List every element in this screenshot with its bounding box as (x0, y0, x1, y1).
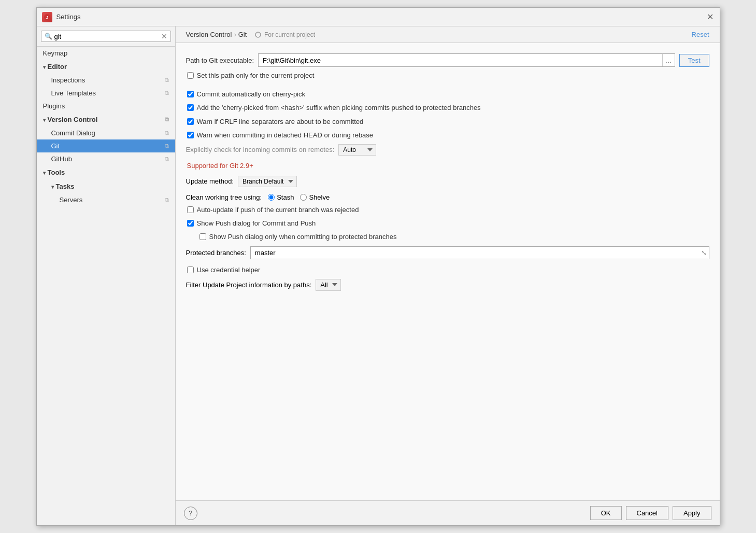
for-current-project: For current project (255, 31, 315, 38)
copy-icon-commit-dialog: ⧉ (165, 130, 169, 136)
show-push-protected-checkbox[interactable] (199, 233, 206, 240)
show-push-row: Show Push dialog for Commit and Push (186, 219, 709, 228)
set-path-checkbox[interactable] (187, 72, 194, 79)
sidebar-item-commit-dialog[interactable]: Commit Dialog ⧉ (37, 127, 175, 139)
set-path-label: Set this path only for the current proje… (197, 71, 315, 80)
warn-crlf-row: Warn if CRLF line separators are about t… (186, 117, 709, 127)
bottom-bar: ? OK Cancel Apply (176, 500, 720, 525)
app-icon: J (42, 12, 52, 22)
copy-icon-vc: ⧉ (165, 116, 169, 123)
warn-detached-label: Warn when committing in detached HEAD or… (197, 131, 374, 140)
sidebar-item-github[interactable]: GitHub ⧉ (37, 152, 175, 165)
clean-tree-label: Clean working tree using: (186, 193, 262, 201)
copy-icon-inspections: ⧉ (165, 77, 169, 83)
apply-button[interactable]: Apply (673, 506, 711, 520)
update-method-select[interactable]: Branch Default Merge Rebase (238, 176, 297, 187)
sidebar: 🔍 ✕ Keymap ▾Editor Inspections ⧉ Live Te… (37, 26, 176, 525)
shelve-radio[interactable] (300, 194, 307, 201)
copy-icon-github: ⧉ (165, 156, 169, 162)
breadcrumb-part1: Version Control (186, 31, 232, 38)
main-content: 🔍 ✕ Keymap ▾Editor Inspections ⧉ Live Te… (37, 26, 720, 525)
commit-cherry-pick-checkbox[interactable] (187, 91, 194, 97)
sidebar-item-inspections[interactable]: Inspections ⧉ (37, 74, 175, 87)
copy-icon-servers: ⧉ (165, 197, 169, 203)
protected-branches-label: Protected branches: (186, 249, 246, 257)
warn-detached-checkbox[interactable] (187, 132, 194, 138)
bottom-buttons: OK Cancel Apply (590, 506, 711, 520)
stash-radio[interactable] (268, 194, 275, 201)
path-label: Path to Git executable: (186, 57, 254, 64)
path-browse-button[interactable]: … (662, 54, 675, 66)
sidebar-item-tools[interactable]: ▾Tools (37, 165, 175, 179)
sidebar-item-tasks[interactable]: ▾Tasks (37, 179, 175, 193)
help-button[interactable]: ? (184, 507, 197, 520)
warn-detached-row: Warn when committing in detached HEAD or… (186, 131, 709, 140)
title-bar-left: J Settings (42, 12, 81, 22)
update-method-row: Update method: Branch Default Merge Reba… (186, 176, 709, 187)
commit-cherry-pick-label: Commit automatically on cherry-pick (197, 90, 306, 99)
search-input-wrap: 🔍 ✕ (41, 31, 171, 42)
add-suffix-label: Add the 'cherry-picked from <hash>' suff… (197, 103, 481, 113)
add-suffix-checkbox[interactable] (187, 104, 194, 111)
warn-crlf-label: Warn if CRLF line separators are about t… (197, 117, 364, 127)
title-bar: J Settings ✕ (37, 8, 720, 26)
breadcrumb: Version Control › Git For current projec… (186, 31, 315, 38)
shelve-label: Shelve (309, 193, 330, 201)
expand-icon[interactable]: ⤡ (699, 248, 709, 258)
filter-select[interactable]: All (316, 279, 341, 291)
add-suffix-row: Add the 'cherry-picked from <hash>' suff… (186, 103, 709, 113)
incoming-commits-label: Explicitly check for incoming commits on… (186, 146, 335, 153)
clear-icon[interactable]: ✕ (161, 32, 167, 40)
protected-branches-input[interactable] (251, 247, 699, 259)
breadcrumb-separator: › (234, 31, 236, 38)
test-button[interactable]: Test (679, 54, 709, 67)
close-button[interactable]: ✕ (706, 13, 715, 21)
search-input[interactable] (54, 33, 159, 40)
sidebar-item-live-templates[interactable]: Live Templates ⧉ (37, 87, 175, 100)
main-header: Version Control › Git For current projec… (176, 26, 720, 43)
show-push-protected-row: Show Push dialog only when committing to… (198, 232, 709, 242)
warn-crlf-checkbox[interactable] (187, 118, 194, 125)
stash-label: Stash (277, 193, 294, 201)
filter-label: Filter Update Project information by pat… (186, 281, 312, 289)
credential-helper-row: Use credential helper (186, 265, 709, 275)
reset-link[interactable]: Reset (692, 31, 709, 38)
copy-icon-live-templates: ⧉ (165, 90, 169, 96)
filter-row: Filter Update Project information by pat… (186, 279, 709, 291)
svg-text:J: J (46, 15, 48, 20)
sidebar-item-git[interactable]: Git ⧉ (37, 139, 175, 152)
sidebar-item-editor[interactable]: ▾Editor (37, 60, 175, 74)
search-icon: 🔍 (45, 33, 52, 40)
show-push-protected-label: Show Push dialog only when committing to… (209, 232, 397, 242)
window-title: Settings (56, 13, 81, 21)
path-input[interactable] (259, 54, 662, 66)
sidebar-item-plugins[interactable]: Plugins (37, 100, 175, 113)
svg-point-2 (255, 32, 261, 37)
protected-input-wrap: ⤡ (250, 246, 709, 259)
show-push-checkbox[interactable] (187, 220, 194, 227)
settings-window: J Settings ✕ 🔍 ✕ Keymap ▾Editor (36, 7, 720, 526)
credential-helper-checkbox[interactable] (187, 266, 194, 273)
sidebar-item-version-control[interactable]: ▾Version Control ⧉ (37, 113, 175, 127)
auto-update-checkbox[interactable] (187, 206, 194, 213)
cancel-button[interactable]: Cancel (626, 506, 668, 520)
set-path-checkbox-row: Set this path only for the current proje… (186, 71, 709, 80)
auto-update-label: Auto-update if push of the current branc… (197, 205, 359, 215)
supported-text: Supported for Git 2.9+ (186, 162, 709, 170)
show-push-label: Show Push dialog for Commit and Push (197, 219, 316, 228)
commit-cherry-pick-row: Commit automatically on cherry-pick (186, 90, 709, 99)
search-box: 🔍 ✕ (37, 26, 175, 47)
path-input-wrap: … (258, 53, 675, 67)
credential-helper-label: Use credential helper (197, 265, 261, 275)
sidebar-item-keymap[interactable]: Keymap (37, 47, 175, 60)
incoming-commits-select[interactable]: Auto Always Never (338, 144, 376, 156)
incoming-commits-row: Explicitly check for incoming commits on… (186, 144, 709, 156)
breadcrumb-part2: Git (238, 31, 247, 38)
update-method-label: Update method: (186, 177, 234, 185)
sidebar-item-servers[interactable]: Servers ⧉ (37, 193, 175, 206)
ok-button[interactable]: OK (590, 506, 622, 520)
shelve-option: Shelve (300, 193, 330, 201)
main-panel: Version Control › Git For current projec… (176, 26, 720, 525)
path-row: Path to Git executable: … Test (186, 53, 709, 67)
protected-branches-row: Protected branches: ⤡ (186, 246, 709, 259)
